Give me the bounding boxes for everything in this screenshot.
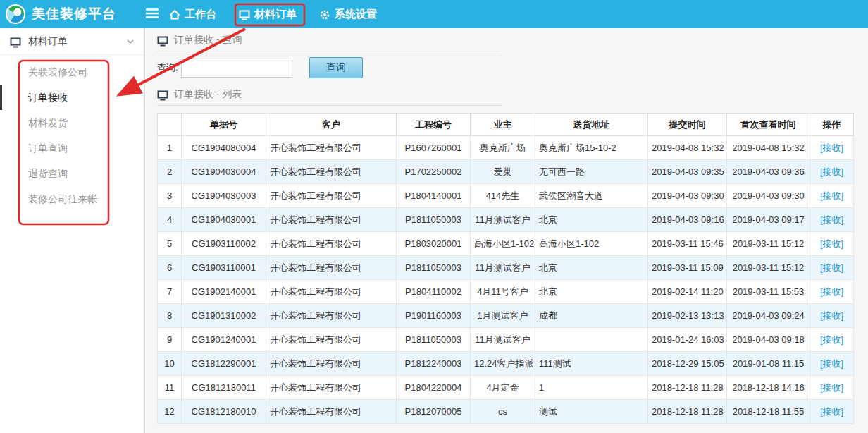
topnav-item[interactable]: 工作台	[169, 8, 216, 21]
row-number-cell: 3	[158, 184, 182, 208]
receive-link[interactable]: [接收]	[820, 286, 843, 297]
action-cell: [接收]	[810, 232, 854, 256]
table-cell: 爱巢	[471, 160, 535, 184]
table-cell: P1702250002	[397, 160, 471, 184]
brand: 美佳装修平台	[0, 4, 145, 24]
table-cell: 2019-03-11 15:53	[727, 280, 810, 304]
query-form: 查询: 查询	[157, 57, 868, 78]
receive-link[interactable]: [接收]	[820, 358, 843, 369]
action-cell: [接收]	[810, 136, 854, 160]
table-cell: 开心装饰工程有限公司	[266, 376, 397, 400]
sidebar-item[interactable]: 订单接收	[0, 85, 144, 110]
table-cell: P1812070005	[397, 400, 471, 424]
topnav-item[interactable]: 材料订单	[239, 8, 297, 21]
receive-link[interactable]: [接收]	[820, 406, 843, 417]
action-cell: [接收]	[810, 376, 854, 400]
table-cell: 1月测试客户	[471, 304, 535, 328]
table-cell: 4月11号客户	[471, 280, 535, 304]
action-cell: [接收]	[810, 328, 854, 352]
table-cell: CG1904030003	[182, 184, 266, 208]
table-cell: 高海小区1-102	[535, 232, 648, 256]
table-cell: 2019-02-14 11:20	[648, 280, 727, 304]
receive-link[interactable]: [接收]	[820, 382, 843, 393]
table-row: 3CG1904030003开心装饰工程有限公司P1804140001414先生武…	[158, 184, 854, 208]
topnav-item-label: 工作台	[185, 8, 216, 21]
sidebar-item[interactable]: 装修公司往来帐	[0, 186, 144, 212]
receive-link[interactable]: [接收]	[820, 310, 843, 321]
sidebar-header[interactable]: 材料订单	[0, 28, 144, 55]
column-header: 业主	[471, 114, 535, 136]
table-cell: cs	[471, 400, 535, 424]
receive-link[interactable]: [接收]	[820, 142, 843, 153]
menu-icon[interactable]	[145, 8, 159, 22]
receive-link[interactable]: [接收]	[820, 262, 843, 273]
table-cell: CG1903110002	[182, 232, 266, 256]
sidebar-item[interactable]: 材料发货	[0, 110, 144, 135]
table-cell: 开心装饰工程有限公司	[266, 328, 397, 352]
topnav-item-label: 系统设置	[335, 8, 377, 21]
sidebar-item[interactable]: 关联装修公司	[0, 59, 144, 85]
row-number-cell: 4	[158, 208, 182, 232]
table-cell: 武侯区潮音大道	[535, 184, 648, 208]
table-cell: 2019-03-11 15:09	[648, 256, 727, 280]
row-number-cell: 7	[158, 280, 182, 304]
table-cell: CG1904080004	[182, 136, 266, 160]
table-cell: 4月定金	[471, 376, 535, 400]
table-cell: 414先生	[471, 184, 535, 208]
receive-link[interactable]: [接收]	[820, 190, 843, 201]
topnav-item-label: 材料订单	[254, 8, 297, 21]
action-cell: [接收]	[810, 208, 854, 232]
row-number-cell: 2	[158, 160, 182, 184]
table-cell: 2018-12-18 11:28	[648, 376, 727, 400]
sidebar-item[interactable]: 退货查询	[0, 161, 144, 186]
table-cell: 2018-12-18 14:16	[727, 376, 810, 400]
table-cell: CG1812180011	[182, 376, 266, 400]
orders-table-wrap: 单据号客户工程编号业主送货地址提交时间首次查看时间操作 1CG190408000…	[157, 113, 868, 424]
brand-logo-icon	[6, 4, 25, 24]
sidebar-item[interactable]: 订单查询	[0, 135, 144, 161]
monitor-icon	[157, 35, 168, 47]
row-number-cell: 9	[158, 328, 182, 352]
table-cell: 11月测试客户	[471, 256, 535, 280]
receive-link[interactable]: [接收]	[820, 334, 843, 345]
sidebar-menu: 关联装修公司订单接收材料发货订单查询退货查询装修公司往来帐	[0, 55, 144, 212]
table-cell: P1607260001	[397, 136, 471, 160]
receive-link[interactable]: [接收]	[820, 238, 843, 249]
table-cell: P1901160003	[397, 304, 471, 328]
table-cell: 开心装饰工程有限公司	[266, 304, 397, 328]
table-cell: 111测试	[535, 352, 648, 376]
list-section-title-text: 订单接收 - 列表	[174, 88, 242, 101]
brand-title: 美佳装修平台	[32, 5, 116, 23]
table-cell: 开心装饰工程有限公司	[266, 184, 397, 208]
table-cell: 2018-12-29 15:05	[648, 352, 727, 376]
sidebar-header-label: 材料订单	[28, 35, 68, 48]
action-cell: [接收]	[810, 400, 854, 424]
monitor-icon	[239, 9, 250, 20]
topnav-item[interactable]: 系统设置	[319, 8, 377, 21]
table-row: 9CG1901240001开心装饰工程有限公司P181105000311月测试客…	[158, 328, 854, 352]
table-cell: 高海小区1-102	[471, 232, 535, 256]
table-cell: P1811050003	[397, 328, 471, 352]
table-cell: 成都	[535, 304, 648, 328]
orders-table: 单据号客户工程编号业主送货地址提交时间首次查看时间操作 1CG190408000…	[157, 113, 854, 424]
table-cell: 1	[535, 376, 648, 400]
column-header: 首次查看时间	[727, 114, 810, 136]
table-cell: CG1903110001	[182, 256, 266, 280]
table-cell: CG1904030004	[182, 160, 266, 184]
query-button[interactable]: 查询	[309, 57, 363, 78]
table-row: 8CG1901310002开心装饰工程有限公司P19011600031月测试客户…	[158, 304, 854, 328]
query-input[interactable]	[181, 59, 292, 78]
table-cell: 测试	[535, 400, 648, 424]
receive-link[interactable]: [接收]	[820, 214, 843, 225]
table-cell: 2019-04-03 09:17	[727, 208, 810, 232]
table-cell: 奥克斯广场	[471, 136, 535, 160]
table-row: 4CG1904030001开心装饰工程有限公司P181105000311月测试客…	[158, 208, 854, 232]
receive-link[interactable]: [接收]	[820, 166, 843, 177]
table-cell: 2019-03-11 15:12	[727, 232, 810, 256]
table-cell: 开心装饰工程有限公司	[266, 232, 397, 256]
table-cell: 北京	[535, 256, 648, 280]
action-cell: [接收]	[810, 304, 854, 328]
query-section-title-text: 订单接收 - 查询	[174, 34, 242, 47]
table-cell: 2019-03-11 15:12	[727, 256, 810, 280]
monitor-icon	[10, 37, 21, 48]
